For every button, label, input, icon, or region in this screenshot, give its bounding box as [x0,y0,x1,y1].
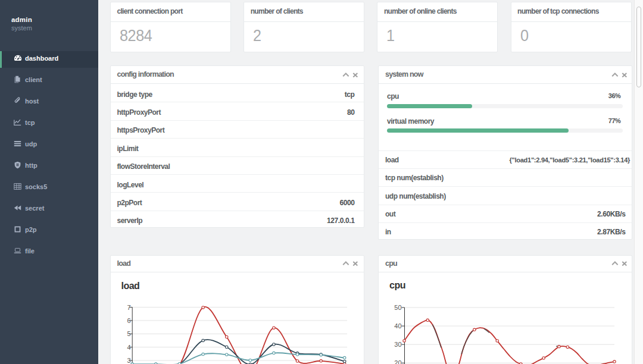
svg-text:20: 20 [394,359,401,364]
svg-text:30: 30 [394,341,401,348]
svg-text:3: 3 [127,357,130,364]
svg-text:5: 5 [127,330,130,337]
svg-text:50: 50 [394,304,401,311]
svg-text:6: 6 [127,316,130,324]
svg-text:7: 7 [127,303,130,310]
svg-text:4: 4 [127,343,130,350]
svg-text:40: 40 [394,322,401,330]
